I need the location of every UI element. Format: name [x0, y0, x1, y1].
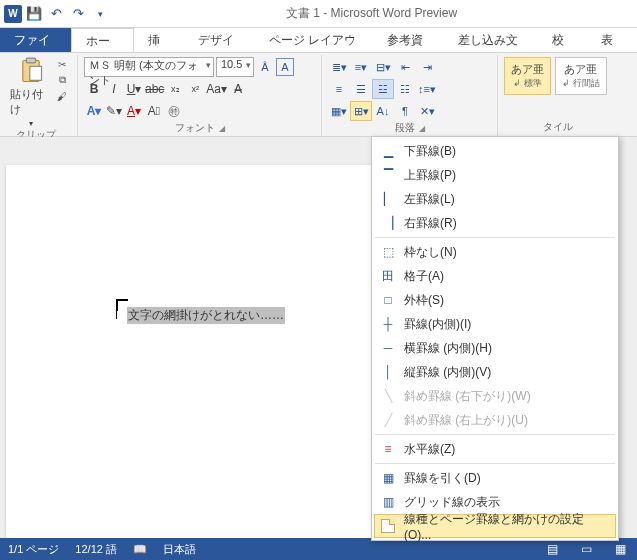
decrease-indent-button[interactable]: ⇤ [394, 57, 416, 77]
numbering-button[interactable]: ≡▾ [350, 57, 372, 77]
menu-inside-h-border[interactable]: ─横罫線 (内側)(H) [374, 336, 616, 360]
launcher-icon[interactable]: ◢ [419, 124, 425, 133]
tab-references[interactable]: 参考資料 [373, 28, 444, 52]
tab-view[interactable]: 表示 [587, 28, 637, 52]
font-name-combo[interactable]: ＭＳ 明朝 (本文のフォント [84, 57, 214, 77]
right-border-icon: ▕ [380, 215, 396, 231]
menu-bottom-border[interactable]: ▁下罫線(B) [374, 139, 616, 163]
tab-review[interactable]: 校閲 [538, 28, 588, 52]
menu-diag-down-border: ╲斜め罫線 (右下がり)(W) [374, 384, 616, 408]
read-mode-view-icon[interactable]: ▭ [577, 542, 595, 556]
paste-button[interactable]: 貼り付け ▾ [10, 57, 51, 128]
menu-separator [375, 237, 615, 238]
menu-right-border[interactable]: ▕右罫線(R) [374, 211, 616, 235]
change-case-button[interactable]: Aa▾ [205, 79, 228, 99]
copy-icon[interactable]: ⧉ [53, 73, 71, 87]
format-painter-icon[interactable]: 🖌 [53, 89, 71, 103]
enclose-char-button[interactable]: ㊕ [164, 101, 184, 121]
group-clipboard: 貼り付け ▾ ✂ ⧉ 🖌 クリップボ…◢ [4, 55, 78, 136]
chevron-down-icon: ▾ [29, 119, 33, 128]
para-group-label: 段落 [395, 121, 415, 135]
top-border-icon: ▔ [380, 167, 396, 183]
menu-borders-and-shading[interactable]: 線種とページ罫線と網かけの設定(O)... [374, 514, 616, 538]
align-distribute-button[interactable]: ☷ [394, 79, 416, 99]
style-name: ↲ 行間詰 [562, 77, 600, 90]
launcher-icon[interactable]: ◢ [219, 124, 225, 133]
tab-home[interactable]: ホーム [71, 28, 134, 52]
status-language[interactable]: 日本語 [163, 542, 196, 557]
sort-button[interactable]: A↓ [372, 101, 394, 121]
styles-group-label: タイル [543, 120, 573, 134]
inside-border-icon: ┼ [380, 316, 396, 332]
menu-inside-border[interactable]: ┼罫線(内側)(I) [374, 312, 616, 336]
align-left-button[interactable]: ≡ [328, 79, 350, 99]
char-border-button[interactable]: A⃞ [144, 101, 164, 121]
menu-outside-border[interactable]: □外枠(S) [374, 288, 616, 312]
align-justify-button[interactable]: ☳ [372, 79, 394, 99]
style-normal[interactable]: あア亜 ↲ 標準 [504, 57, 551, 95]
font-size-combo[interactable]: 10.5 [216, 57, 254, 77]
grid-border-icon: 田 [380, 268, 396, 284]
line-spacing-button[interactable]: ↕≡▾ [416, 79, 438, 99]
svg-rect-1 [26, 58, 35, 63]
redo-icon[interactable]: ↷ [68, 4, 88, 24]
inside-h-border-icon: ─ [380, 340, 396, 356]
underline-button[interactable]: U▾ [124, 79, 144, 99]
asian-layout-button[interactable]: ✕▾ [416, 101, 438, 121]
style-no-spacing[interactable]: あア亜 ↲ 行間詰 [555, 57, 607, 95]
ribbon: 貼り付け ▾ ✂ ⧉ 🖌 クリップボ…◢ ＭＳ 明朝 (本文のフォント 10.5… [0, 53, 637, 137]
status-word-count[interactable]: 12/12 語 [75, 542, 117, 557]
diag-up-icon: ╱ [380, 412, 396, 428]
tab-design[interactable]: デザイン [184, 28, 255, 52]
menu-no-border[interactable]: ⬚枠なし(N) [374, 240, 616, 264]
shading-button[interactable]: ▦▾ [328, 101, 350, 121]
subscript-button[interactable]: x₂ [165, 79, 185, 99]
menu-all-borders[interactable]: 田格子(A) [374, 264, 616, 288]
style-name: ↲ 標準 [511, 77, 544, 90]
font-color-button[interactable]: A▾ [124, 101, 144, 121]
grow-font-icon[interactable]: Â [256, 58, 274, 76]
qat-customize-icon[interactable]: ▾ [90, 4, 110, 24]
highlight-button[interactable]: ✎▾ [104, 101, 124, 121]
multilevel-button[interactable]: ⊟▾ [372, 57, 394, 77]
clear-formatting-icon[interactable]: A̶ [228, 79, 248, 99]
status-page[interactable]: 1/1 ページ [8, 542, 59, 557]
page[interactable] [6, 165, 406, 545]
print-layout-view-icon[interactable]: ▤ [543, 542, 561, 556]
tab-file[interactable]: ファイル [0, 28, 71, 52]
tab-mailings[interactable]: 差し込み文書 [444, 28, 537, 52]
text-effects-button[interactable]: A▾ [84, 101, 104, 121]
superscript-button[interactable]: x² [185, 79, 205, 99]
menu-separator [375, 434, 615, 435]
style-preview: あア亜 [511, 62, 544, 77]
strike-button[interactable]: abc [144, 79, 165, 99]
undo-icon[interactable]: ↶ [46, 4, 66, 24]
proofing-icon[interactable]: 📖 [133, 543, 147, 556]
left-border-icon: ▏ [380, 191, 396, 207]
word-app-icon: W [4, 5, 22, 23]
increase-indent-button[interactable]: ⇥ [416, 57, 438, 77]
tab-page-layout[interactable]: ページ レイアウト [255, 28, 373, 52]
bullets-button[interactable]: ≣▾ [328, 57, 350, 77]
web-layout-view-icon[interactable]: ▦ [611, 542, 629, 556]
font-group-label: フォント [175, 121, 215, 135]
group-paragraph: ≣▾ ≡▾ ⊟▾ ⇤ ⇥ ≡ ☰ ☳ ☷ ↕≡▾ ▦▾ ⊞▾ A↓ ¶ ✕▾ 段… [322, 55, 498, 136]
borders-button[interactable]: ⊞▾ [350, 101, 372, 121]
menu-left-border[interactable]: ▏左罫線(L) [374, 187, 616, 211]
menu-inside-v-border[interactable]: │縦罫線 (内側)(V) [374, 360, 616, 384]
tab-insert[interactable]: 挿入 [134, 28, 184, 52]
paste-label: 貼り付け [10, 87, 51, 117]
menu-top-border[interactable]: ▔上罫線(P) [374, 163, 616, 187]
phonetic-guide-icon[interactable]: A [276, 58, 294, 76]
menu-horizontal-line[interactable]: ≡水平線(Z) [374, 437, 616, 461]
align-center-button[interactable]: ☰ [350, 79, 372, 99]
menu-draw-border[interactable]: ▦罫線を引く(D) [374, 466, 616, 490]
menu-separator [375, 463, 615, 464]
show-marks-button[interactable]: ¶ [394, 101, 416, 121]
save-icon[interactable]: 💾 [24, 4, 44, 24]
group-font: ＭＳ 明朝 (本文のフォント 10.5 Â A B I U▾ abc x₂ x… [78, 55, 322, 136]
selected-text[interactable]: 文字の網掛けがとれない…… [127, 307, 285, 324]
cut-icon[interactable]: ✂ [53, 57, 71, 71]
borders-dropdown-menu: ▁下罫線(B) ▔上罫線(P) ▏左罫線(L) ▕右罫線(R) ⬚枠なし(N) … [371, 136, 619, 541]
clipboard-icon [17, 57, 45, 85]
